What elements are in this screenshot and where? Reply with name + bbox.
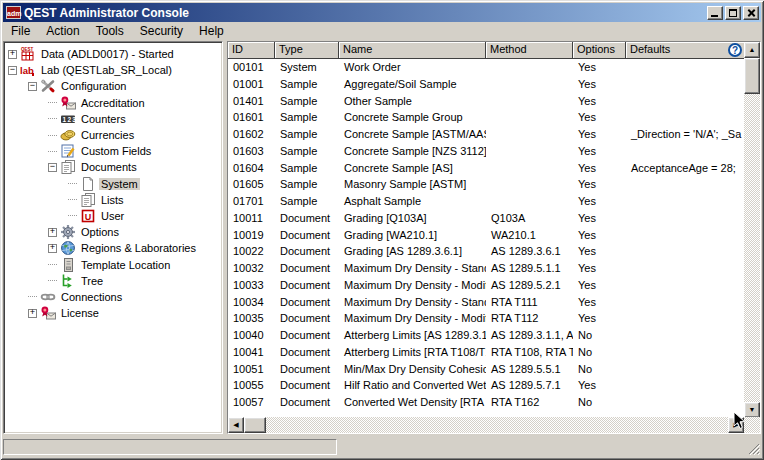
tree-item-data-adld0017-started[interactable]: +QESTData (ADLD0017) - Started [4,46,222,62]
column-header-name[interactable]: Name [339,42,486,59]
tree-item-counters[interactable]: 123Counters [4,111,222,127]
tree-item-lab-qestlab-sr-local[interactable]: −labLab (QESTLab_SR_Local) [4,62,222,78]
close-button[interactable] [743,6,759,20]
collapse-icon[interactable]: − [28,82,37,91]
cell-options: Yes [573,227,626,244]
cell-options: Yes [573,260,626,277]
table-row[interactable]: 10032DocumentMaximum Dry Density - Stand… [228,260,746,277]
cell-id: 01603 [228,143,275,160]
help-icon[interactable]: ? [728,43,742,57]
tree-item-license[interactable]: +License [4,305,222,321]
horizontal-scrollbar[interactable]: ◀ ▶ [228,417,760,433]
table-row[interactable]: 10035DocumentMaximum Dry Density - Modif… [228,310,746,327]
column-header-options[interactable]: Options [573,42,626,59]
table-row[interactable]: 00101SystemWork OrderYes [228,59,746,76]
table-row[interactable]: 10022DocumentGrading [AS 1289.3.6.1]AS 1… [228,243,746,260]
table-row[interactable]: 01603SampleConcrete Sample [NZS 3112]Yes [228,143,746,160]
resize-grip[interactable] [747,442,760,455]
cell-type: Document [275,277,339,294]
table-row[interactable]: 10057DocumentConverted Wet Density [RTA … [228,394,746,411]
menu-action[interactable]: Action [38,22,87,41]
cell-type: Document [275,310,339,327]
tree-item-template-location[interactable]: Template Location [4,256,222,272]
minimize-button[interactable] [707,6,723,20]
cell-type: Document [275,260,339,277]
column-header-defaults[interactable]: Defaults? [626,42,746,59]
cell-name: Concrete Sample Group [339,109,486,126]
column-header-id[interactable]: ID [228,42,275,59]
table-row[interactable]: 10033DocumentMaximum Dry Density - Modif… [228,277,746,294]
tree-item-lists[interactable]: Lists [4,192,222,208]
tree-item-connections[interactable]: Connections [4,289,222,305]
table-row[interactable]: 01401SampleOther SampleYes [228,93,746,110]
maximize-button[interactable] [725,6,741,20]
table-row[interactable]: 10040DocumentAtterberg Limits [AS 1289.3… [228,327,746,344]
tree-item-user[interactable]: UUser [4,208,222,224]
table-row[interactable]: 01001SampleAggregate/Soil SampleYes [228,76,746,93]
column-header-method[interactable]: Method [486,42,573,59]
horizontal-scroll-thumb[interactable] [244,417,266,433]
cell-name: Grading [WA210.1] [339,227,486,244]
expand-icon[interactable]: + [8,50,17,59]
cell-name: Grading [Q103A] [339,210,486,227]
table-row[interactable]: 10011DocumentGrading [Q103A]Q103AYes [228,210,746,227]
collapse-icon[interactable]: − [48,163,57,172]
table-row[interactable]: 10034DocumentMaximum Dry Density - Stand… [228,294,746,311]
cell-name: Hilf Ratio and Converted Wet D [339,377,486,394]
menu-help[interactable]: Help [191,22,232,41]
table-row[interactable]: 01701SampleAsphalt SampleYes [228,193,746,210]
collapse-icon[interactable]: − [8,66,17,75]
cell-type: Document [275,294,339,311]
tree-item-system[interactable]: System [4,176,222,192]
cell-method: AS 1289.5.5.1 [486,361,573,378]
cell-name: Aggregate/Soil Sample [339,76,486,93]
cell-name: Maximum Dry Density - Modifie [339,310,486,327]
table-row[interactable]: 01604SampleConcrete Sample [AS]YesAccept… [228,160,746,177]
title-bar[interactable]: adm QEST Administrator Console [3,3,761,22]
table-row[interactable]: 10041DocumentAtterberg Limits [RTA T108/… [228,344,746,361]
cell-id: 01605 [228,176,275,193]
tree-item-label: Options [79,226,121,238]
tree-item-configuration[interactable]: −Configuration [4,78,222,94]
cell-defaults [626,243,746,260]
cell-defaults [626,59,746,76]
cell-defaults [626,210,746,227]
tree-item-accreditation[interactable]: Accreditation [4,95,222,111]
expand-icon[interactable]: + [48,244,57,253]
table-row[interactable]: 01602SampleConcrete Sample [ASTM/AASHYes… [228,126,746,143]
expand-icon[interactable]: + [48,228,57,237]
tree-item-documents[interactable]: −Documents [4,159,222,175]
scroll-up-button[interactable]: ▲ [744,42,760,58]
table-row[interactable]: 01601SampleConcrete Sample GroupYes [228,109,746,126]
menu-security[interactable]: Security [132,22,191,41]
tree-item-currencies[interactable]: Currencies [4,127,222,143]
table-row[interactable]: 10051DocumentMin/Max Dry Density Cohesio… [228,361,746,378]
cell-name: Masonry Sample [ASTM] [339,176,486,193]
svg-text:123: 123 [63,116,76,123]
cell-options: Yes [573,109,626,126]
cell-method [486,160,573,177]
cell-options: No [573,327,626,344]
expand-icon[interactable]: + [28,309,37,318]
tree-item-options[interactable]: +Options [4,224,222,240]
menu-tools[interactable]: Tools [88,22,132,41]
cell-type: System [275,59,339,76]
cell-id: 10034 [228,294,275,311]
scroll-left-button[interactable]: ◀ [228,417,244,433]
tree-item-label: Lists [99,194,126,206]
vertical-scrollbar[interactable]: ▲ ▼ [744,42,760,418]
tree-item-custom-fields[interactable]: Custom Fields [4,143,222,159]
tree-item-tree[interactable]: Tree [4,273,222,289]
table-row[interactable]: 10019DocumentGrading [WA210.1]WA210.1Yes [228,227,746,244]
column-header-label: Type [279,43,303,55]
lab-icon: lab [20,62,36,78]
cell-id: 01601 [228,109,275,126]
column-header-type[interactable]: Type [275,42,339,59]
table-row[interactable]: 01605SampleMasonry Sample [ASTM]Yes [228,176,746,193]
table-row[interactable]: 10055DocumentHilf Ratio and Converted We… [228,377,746,394]
menu-file[interactable]: File [3,22,38,41]
vertical-scroll-thumb[interactable] [744,58,760,94]
counters-icon: 123 [60,111,76,127]
cell-options: Yes [573,160,626,177]
tree-item-regions-laboratories[interactable]: +Regions & Laboratories [4,240,222,256]
